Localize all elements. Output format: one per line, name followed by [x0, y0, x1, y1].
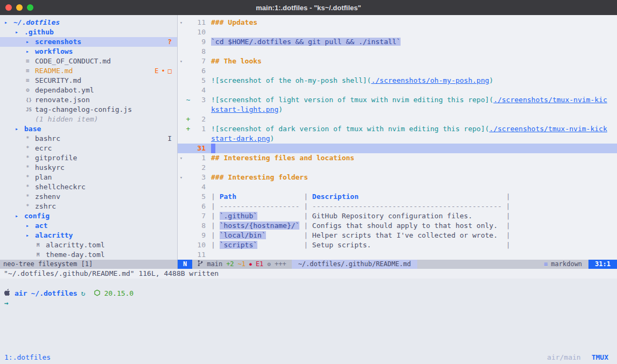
- editor-line[interactable]: 4: [178, 182, 617, 192]
- line-number: 7: [192, 56, 206, 66]
- folder-icon: ▸: [15, 27, 24, 37]
- tree-item-base[interactable]: ▸base: [0, 124, 177, 134]
- editor-line[interactable]: 4: [178, 85, 617, 95]
- js-icon: JS: [26, 105, 35, 115]
- sign-column: [185, 240, 192, 250]
- tree-item-theme-day-toml[interactable]: Mtheme-day.toml: [0, 250, 177, 260]
- editor-line[interactable]: 8| `hosts/{hostname}/` | Configs that sh…: [178, 221, 617, 231]
- markdown-file-icon: ≡: [26, 56, 35, 66]
- tree-item-screenshots[interactable]: ▸screenshots?: [0, 37, 177, 47]
- fold-column: [178, 134, 185, 144]
- tree-item-ecrc[interactable]: *ecrc: [0, 144, 177, 153]
- line-number: 10: [192, 240, 206, 250]
- statusline-file-path: ~/.dotfiles/.github/README.md: [292, 260, 418, 269]
- close-button[interactable]: [5, 4, 12, 11]
- editor-line[interactable]: ▾11### Updates: [178, 18, 617, 27]
- minimize-button[interactable]: [16, 4, 23, 11]
- tree-item-workflows[interactable]: ▸workflows: [0, 47, 177, 56]
- tree-item-readme-md[interactable]: ≡README.mdE•□: [0, 66, 177, 76]
- editor-line[interactable]: 5| Path | Description |: [178, 192, 617, 202]
- fold-column: [178, 231, 185, 240]
- tree-item-label: (1 hidden item): [35, 115, 98, 124]
- tmux-window-label[interactable]: 1:.dotfiles: [4, 353, 51, 361]
- line-text: ![screenshot of light version of tmux wi…: [206, 95, 607, 105]
- fold-column: [178, 27, 185, 37]
- editor-line[interactable]: +1![screenshot of dark version of tmux w…: [178, 124, 617, 134]
- editor-line[interactable]: 6: [178, 66, 617, 76]
- sign-column: [185, 182, 192, 192]
- tree-item-code-of-conduct-md[interactable]: ≡CODE_OF_CONDUCT.md: [0, 56, 177, 66]
- editor-line[interactable]: ~3![screenshot of light version of tmux …: [178, 95, 617, 105]
- tree-item-label: .github: [24, 27, 54, 37]
- line-text: start-dark.png): [206, 134, 274, 144]
- tree-item-gitprofile[interactable]: *gitprofile: [0, 153, 177, 163]
- tree-item-huskyrc[interactable]: *huskyrc: [0, 163, 177, 173]
- tree-item-alacritty-toml[interactable]: Malacritty.toml: [0, 240, 177, 250]
- fold-column: [178, 37, 185, 47]
- line-number: 7: [192, 211, 206, 221]
- editor-line[interactable]: kstart-light.png): [178, 105, 617, 115]
- editor-pane[interactable]: ▾11### Updates109`cd $HOME/.dotfiles && …: [178, 15, 617, 260]
- modified-dot-badge: •: [162, 66, 165, 76]
- editor-line[interactable]: ▾3### Interesting folders: [178, 173, 617, 182]
- editor-line[interactable]: ▾1## Interesting files and locations: [178, 153, 617, 163]
- editor-line[interactable]: 5![screenshot of the oh-my-posh shell](.…: [178, 76, 617, 85]
- line-number: 6: [192, 202, 206, 211]
- tree-item-tag-changelog-config-js[interactable]: JStag-changelog-config.js: [0, 105, 177, 115]
- tree-item-dotfiles[interactable]: ▸~/.dotfiles: [0, 18, 177, 27]
- sign-column: [185, 163, 192, 173]
- editor-line[interactable]: start-dark.png): [178, 134, 617, 144]
- tree-item-security-md[interactable]: ≡SECURITY.md: [0, 76, 177, 85]
- tree-item-1-hidden-item[interactable]: (1 hidden item): [0, 115, 177, 124]
- tmux-pane-nvim: ▸~/.dotfiles▸.github▸screenshots?▸workfl…: [0, 15, 617, 260]
- editor-line[interactable]: ▾7## The looks: [178, 56, 617, 66]
- line-text: ![screenshot of dark version of tmux wit…: [206, 124, 607, 134]
- fold-arrow-icon: ▾: [178, 173, 185, 182]
- tree-item-zshenv[interactable]: *zshenv: [0, 192, 177, 202]
- git-branch-label: main: [207, 260, 222, 269]
- sign-column: [185, 56, 192, 66]
- node-icon: [94, 290, 100, 296]
- tree-item-github[interactable]: ▸.github: [0, 27, 177, 37]
- editor-line[interactable]: 6| ------------------- | ---------------…: [178, 202, 617, 211]
- tree-item-label: ecrc: [35, 144, 52, 153]
- folder-icon: ▸: [15, 124, 24, 134]
- fold-column: [178, 115, 185, 124]
- editor-line[interactable]: +2: [178, 115, 617, 124]
- tmux-pane-shell[interactable]: air ~/.dotfiles ↻ 20.15.0 →: [0, 279, 617, 350]
- tree-item-label: base: [24, 124, 41, 134]
- tree-item-label: zshrc: [35, 202, 56, 211]
- tree-item-shellcheckrc[interactable]: *shellcheckrc: [0, 182, 177, 192]
- editor-line[interactable]: 10: [178, 27, 617, 37]
- tree-item-act[interactable]: ▸act: [0, 221, 177, 231]
- tree-item-renovate-json[interactable]: {}renovate.json: [0, 95, 177, 105]
- sign-column: [185, 27, 192, 37]
- editor-line[interactable]: 9| `local/bin` | Helper scripts that I'v…: [178, 231, 617, 240]
- zoom-button[interactable]: [27, 4, 33, 11]
- tree-item-config[interactable]: ▸config: [0, 211, 177, 221]
- editor-line[interactable]: 8: [178, 47, 617, 56]
- sign-column: [185, 153, 192, 163]
- line-text: [206, 47, 211, 56]
- editor-line[interactable]: 10| `scripts` | Setup scripts. |: [178, 240, 617, 250]
- editor-line[interactable]: 7| `.github` | GitHub Repository configu…: [178, 211, 617, 221]
- tree-item-alacritty[interactable]: ▸alacritty: [0, 231, 177, 240]
- line-text: ### Updates: [206, 18, 257, 27]
- line-number: 31: [192, 144, 206, 153]
- editor-line[interactable]: 9`cd $HOME/.dotfiles && git pull && ./in…: [178, 37, 617, 47]
- diagnostic-count: E1: [256, 260, 263, 269]
- tree-item-plan[interactable]: *plan: [0, 173, 177, 182]
- mode-indicator: N: [178, 260, 192, 269]
- shell-file-icon: *: [26, 134, 35, 144]
- editor-line[interactable]: 11: [178, 250, 617, 260]
- tree-item-zshrc[interactable]: *zshrc: [0, 202, 177, 211]
- editor-line[interactable]: 31: [178, 144, 617, 153]
- tree-item-bashrc[interactable]: *bashrcI: [0, 134, 177, 144]
- sign-column: [185, 221, 192, 231]
- line-number: [192, 134, 206, 144]
- sign-column: [185, 144, 192, 153]
- editor-line[interactable]: 2: [178, 163, 617, 173]
- tree-item-label: renovate.json: [35, 95, 90, 105]
- diagnostic-badge: E: [155, 66, 158, 76]
- tree-item-dependabot-yml[interactable]: ⚙dependabot.yml: [0, 85, 177, 95]
